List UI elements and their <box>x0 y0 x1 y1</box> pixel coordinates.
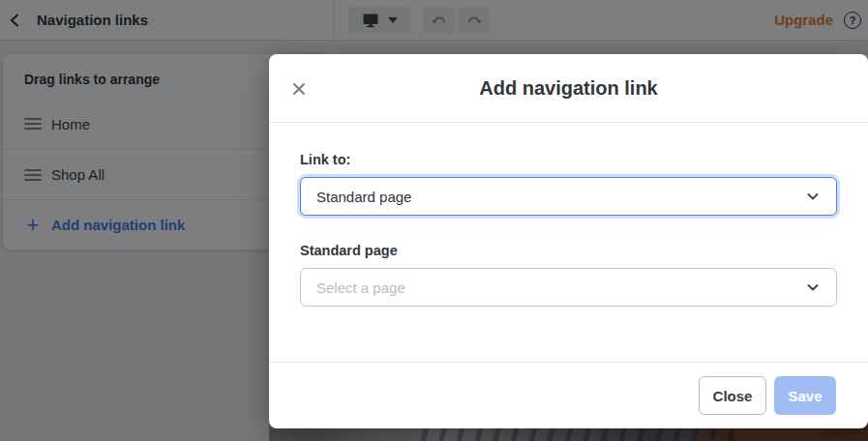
add-navigation-link-modal: Add navigation link Link to: Standard pa… <box>269 54 868 428</box>
link-to-selected-value: Standard page <box>316 189 805 205</box>
link-to-select[interactable]: Standard page <box>300 177 837 216</box>
link-to-label: Link to: <box>300 152 837 167</box>
close-modal-button[interactable]: Close <box>699 376 766 415</box>
standard-page-placeholder: Select a page <box>316 279 805 296</box>
chevron-down-icon <box>805 279 821 295</box>
save-button[interactable]: Save <box>774 376 836 415</box>
modal-body: Link to: Standard page Standard page Sel… <box>269 123 868 307</box>
app-window: Navigation links Upgrade ? <box>0 0 868 441</box>
standard-page-label: Standard page <box>300 243 837 258</box>
chevron-down-icon <box>805 189 821 204</box>
modal-footer: Close Save <box>269 362 868 428</box>
standard-page-select[interactable]: Select a page <box>300 268 837 307</box>
modal-title: Add navigation link <box>269 77 868 100</box>
modal-header: Add navigation link <box>269 54 868 123</box>
